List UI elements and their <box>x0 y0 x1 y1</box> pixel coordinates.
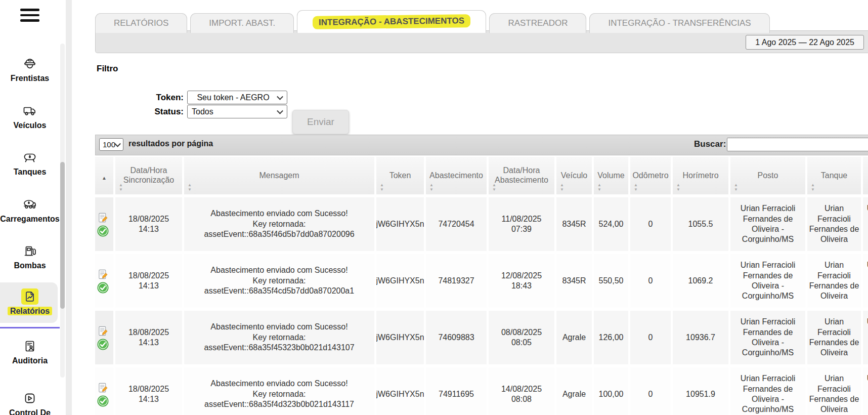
column-header-tank[interactable]: Tanque▲▼ <box>807 157 861 194</box>
search-input[interactable] <box>727 138 868 151</box>
edit-note-icon[interactable] <box>97 212 109 224</box>
cell-odometer: 0 <box>630 311 671 364</box>
edit-note-icon[interactable] <box>97 382 109 394</box>
edit-note-icon[interactable] <box>97 325 109 337</box>
table: ▲Data/Hora Sincronização▲▼Mensagem▲▼Toke… <box>95 157 868 415</box>
date-range-button[interactable]: 1 Ago 2025 — 22 Ago 2025 <box>746 35 864 50</box>
sort-icons: ▲▼ <box>188 183 192 192</box>
sidebar-item-label: Bombas <box>14 261 46 270</box>
audit-icon <box>22 338 38 354</box>
status-select[interactable]: Todos <box>187 105 287 118</box>
column-header-message[interactable]: Mensagem▲▼ <box>184 157 374 194</box>
message-line: Key retornada: <box>253 276 306 286</box>
cell-message: Abastecimento enviado com Sucesso!Key re… <box>184 367 374 415</box>
cell-extra: Urian Ferracioli Fernandes de Oliveira -… <box>863 367 868 415</box>
column-header-label: Veículo <box>559 171 589 181</box>
table-row: 18/08/202514:13Abastecimento enviado com… <box>95 254 868 308</box>
cell-token: jW6GIHYX5n <box>376 197 424 251</box>
cell-message: Abastecimento enviado com Sucesso!Key re… <box>184 197 374 251</box>
cell-odometer: 0 <box>630 197 671 251</box>
cell-station: Urian Ferracioli Fernandes de Oliveira -… <box>730 367 805 415</box>
column-header-station[interactable]: Posto▲▼ <box>730 157 805 194</box>
cell-token: jW6GIHYX5n <box>376 367 424 415</box>
sidebar-item-tanques[interactable]: Tanques <box>0 149 60 177</box>
sort-icons: ▲▼ <box>811 183 815 192</box>
sort-icons: ▲▼ <box>429 183 433 192</box>
column-header-label: Tanque <box>819 171 850 181</box>
cell-odometer: 0 <box>630 367 671 415</box>
sidebar-item-label: Auditoria <box>12 356 48 365</box>
message-line: Key retornada: <box>253 333 306 343</box>
column-header-supply-id[interactable]: Abastecimento▲▼ <box>426 157 487 194</box>
column-header-sync-datetime[interactable]: Data/Hora Sincronização▲▼ <box>115 157 182 194</box>
edit-note-icon[interactable] <box>97 269 109 280</box>
sidebar-item-frentistas[interactable]: Frentistas <box>0 56 60 83</box>
cell-vehicle: 8345R <box>556 197 592 251</box>
table-row: 18/08/202514:13Abastecimento enviado com… <box>95 367 868 415</box>
message-line: Key retornada: <box>253 389 306 399</box>
sort-icons: ▲▼ <box>597 183 601 192</box>
sync-datetime-line: 14:13 <box>139 338 159 348</box>
column-header-label: Data/Hora Sincronização <box>115 166 182 185</box>
column-header-odometer[interactable]: Odômetro▲▼ <box>630 157 671 194</box>
column-header-vehicle[interactable]: Veículo▲▼ <box>556 157 592 194</box>
cell-supply-datetime: 14/08/202508:08 <box>489 367 554 415</box>
message-line: assetEvent::68a35f46d5b7dd0a87020096 <box>204 229 354 239</box>
cell-hourmeter: 1069.2 <box>673 254 728 308</box>
truck-icon <box>22 103 38 119</box>
sync-datetime-line: 14:13 <box>139 281 159 291</box>
sidebar-item-bombas[interactable]: Bombas <box>0 243 60 270</box>
cell-vehicle: Agrale <box>556 311 592 364</box>
supply-datetime-line: 08/08/2025 <box>501 327 542 338</box>
tab-import-abast[interactable]: IMPORT. ABAST. <box>190 13 294 33</box>
cell-station: Urian Ferracioli Fernandes de Oliveira -… <box>730 197 805 251</box>
sidebar-scrollbar-thumb[interactable] <box>60 162 65 309</box>
success-check-icon <box>97 282 109 294</box>
cell-token: jW6GIHYX5n <box>376 311 424 364</box>
supply-datetime-line: 14/08/2025 <box>501 384 542 394</box>
cell-extra: Urian Ferracioli Fernandes de Oliveira -… <box>863 254 868 308</box>
cell-message: Abastecimento enviado com Sucesso!Key re… <box>184 254 374 308</box>
success-check-icon <box>97 395 109 407</box>
report-icon <box>21 288 38 305</box>
tank-icon <box>22 149 38 165</box>
sidebar-item-carregamentos[interactable]: Carregamentos <box>0 196 60 224</box>
message-line: Abastecimento enviado com Sucesso! <box>210 265 348 275</box>
column-header-label: Token <box>387 171 413 181</box>
sort-asc-icon: ▲ <box>102 175 107 181</box>
enviar-button[interactable]: Enviar <box>292 110 349 134</box>
column-header-hourmeter[interactable]: Horímetro▲▼ <box>673 157 728 194</box>
sidebar-item-control-de[interactable]: Control De <box>0 390 60 415</box>
column-header-row-icons[interactable]: ▲ <box>95 157 113 194</box>
sidebar-item-auditoria[interactable]: Auditoria <box>0 338 60 365</box>
message-line: Key retornada: <box>253 219 306 229</box>
column-header-volume[interactable]: Volume▲▼ <box>594 157 628 194</box>
column-header-token[interactable]: Token▲▼ <box>376 157 424 194</box>
sort-icons: ▲▼ <box>380 183 384 192</box>
hamburger-menu-icon[interactable] <box>20 9 39 22</box>
tab-relatorios[interactable]: RELATÓRIOS <box>95 13 187 33</box>
cell-volume: 550,50 <box>594 254 628 308</box>
column-header-label: Volume <box>595 171 626 181</box>
supply-datetime-line: 07:39 <box>511 224 532 234</box>
tab-integracao-transferencias[interactable]: INTEGRAÇÃO - TRANSFERÊNCIAS <box>589 13 769 33</box>
supply-datetime-line: 18:43 <box>511 281 532 291</box>
token-select[interactable]: Seu token - AEGRO <box>187 91 287 104</box>
sidebar-item-relatorios[interactable]: Relatórios <box>0 288 60 316</box>
column-header-extra[interactable] <box>863 157 868 194</box>
active-item-underline <box>0 327 60 328</box>
tab-integracao-abastecimentos[interactable]: INTEGRAÇÃO - ABASTECIMENTOS <box>297 10 486 33</box>
column-header-supply-datetime[interactable]: Data/Hora Abastecimento▲▼ <box>489 157 554 194</box>
cell-supply-datetime: 12/08/202518:43 <box>489 254 554 308</box>
cell-tank: Urian Ferracioli Fernandes de Oliveira <box>807 254 861 308</box>
table-body: 18/08/202514:13Abastecimento enviado com… <box>95 197 868 415</box>
cell-hourmeter: 10936.7 <box>673 311 728 364</box>
page-size-select[interactable]: 100 <box>99 138 123 151</box>
cell-volume: 524,00 <box>594 197 628 251</box>
page-size-suffix: resultados por página <box>128 139 213 148</box>
sidebar-item-label: Control De <box>9 408 51 415</box>
cell-supply-id: 74819327 <box>426 254 487 308</box>
tab-rastreador[interactable]: RASTREADOR <box>489 13 586 33</box>
sidebar-item-veiculos[interactable]: Veículos <box>0 103 60 130</box>
sort-icons: ▲▼ <box>119 183 123 192</box>
